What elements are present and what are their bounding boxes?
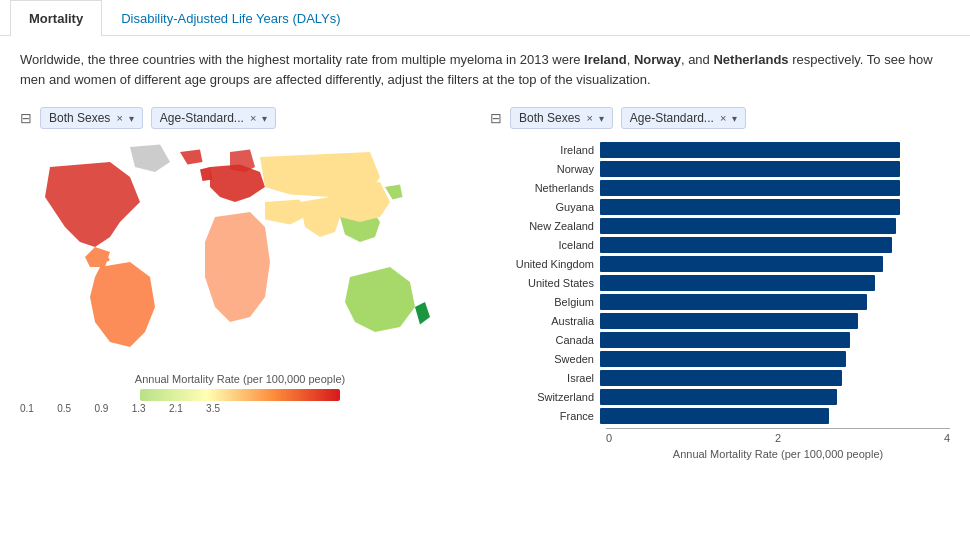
bar-row: Ireland — [490, 142, 950, 158]
bar-country-label: Israel — [490, 372, 600, 384]
left-age-close[interactable]: × — [250, 112, 256, 124]
bar-track — [600, 275, 950, 291]
left-filter-bar: ⊟ Both Sexes × ▾ Age-Standard... × ▾ — [10, 99, 470, 137]
bar-fill — [600, 161, 900, 177]
bar-fill — [600, 313, 858, 329]
bar-country-label: Ireland — [490, 144, 600, 156]
bar-track — [600, 408, 950, 424]
bar-country-label: Iceland — [490, 239, 600, 251]
bar-row: Norway — [490, 161, 950, 177]
legend-labels: 0.1 0.5 0.9 1.3 2.1 3.5 — [20, 403, 220, 414]
right-panel: ⊟ Both Sexes × ▾ Age-Standard... × ▾ Ire… — [480, 99, 960, 470]
world-map-container — [20, 137, 460, 367]
map-legend: Annual Mortality Rate (per 100,000 peopl… — [10, 367, 470, 416]
chart-x-axis: 024 — [606, 428, 950, 444]
bar-row: France — [490, 408, 950, 424]
bar-country-label: Netherlands — [490, 182, 600, 194]
bar-fill — [600, 294, 867, 310]
bar-country-label: Guyana — [490, 201, 600, 213]
bar-fill — [600, 275, 875, 291]
bar-country-label: Norway — [490, 163, 600, 175]
left-sex-dropdown[interactable]: ▾ — [129, 113, 134, 124]
bar-fill — [600, 237, 892, 253]
bar-row: Canada — [490, 332, 950, 348]
bar-fill — [600, 389, 837, 405]
bar-row: Switzerland — [490, 389, 950, 405]
bar-track — [600, 256, 950, 272]
bar-country-label: Sweden — [490, 353, 600, 365]
bar-row: Guyana — [490, 199, 950, 215]
bar-track — [600, 313, 950, 329]
tab-dalys[interactable]: Disability-Adjusted Life Years (DALYs) — [102, 0, 359, 36]
bar-row: United Kingdom — [490, 256, 950, 272]
bar-fill — [600, 180, 900, 196]
right-sex-close[interactable]: × — [586, 112, 592, 124]
bar-country-label: Canada — [490, 334, 600, 346]
bar-row: Iceland — [490, 237, 950, 253]
bar-track — [600, 389, 950, 405]
bar-row: New Zealand — [490, 218, 950, 234]
bar-country-label: France — [490, 410, 600, 422]
description-text: Worldwide, the three countries with the … — [0, 36, 970, 99]
left-sex-close[interactable]: × — [116, 112, 122, 124]
bar-track — [600, 180, 950, 196]
bar-row: Australia — [490, 313, 950, 329]
left-age-filter-tag[interactable]: Age-Standard... × ▾ — [151, 107, 277, 129]
bar-row: Sweden — [490, 351, 950, 367]
legend-gradient-bar — [20, 389, 460, 401]
left-filter-icon[interactable]: ⊟ — [20, 110, 32, 126]
bar-track — [600, 161, 950, 177]
right-sex-filter-tag[interactable]: Both Sexes × ▾ — [510, 107, 613, 129]
right-filter-bar: ⊟ Both Sexes × ▾ Age-Standard... × ▾ — [480, 99, 960, 137]
bar-fill — [600, 199, 900, 215]
bar-country-label: Switzerland — [490, 391, 600, 403]
bar-country-label: Belgium — [490, 296, 600, 308]
bar-fill — [600, 370, 842, 386]
right-age-close[interactable]: × — [720, 112, 726, 124]
tab-bar: Mortality Disability-Adjusted Life Years… — [0, 0, 970, 36]
bar-fill — [600, 256, 883, 272]
bar-track — [600, 142, 950, 158]
bar-country-label: United Kingdom — [490, 258, 600, 270]
right-filter-icon[interactable]: ⊟ — [490, 110, 502, 126]
left-sex-filter-tag[interactable]: Both Sexes × ▾ — [40, 107, 143, 129]
bar-chart: IrelandNorwayNetherlandsGuyanaNew Zealan… — [480, 137, 960, 470]
bar-fill — [600, 332, 850, 348]
bar-track — [600, 332, 950, 348]
left-age-dropdown[interactable]: ▾ — [262, 113, 267, 124]
bar-fill — [600, 218, 896, 234]
right-age-filter-tag[interactable]: Age-Standard... × ▾ — [621, 107, 747, 129]
bar-track — [600, 199, 950, 215]
bar-track — [600, 218, 950, 234]
world-map-svg — [20, 137, 460, 357]
bar-track — [600, 351, 950, 367]
svg-point-0 — [106, 258, 110, 262]
main-content: ⊟ Both Sexes × ▾ Age-Standard... × ▾ — [0, 99, 970, 470]
bar-row: United States — [490, 275, 950, 291]
bar-row: Belgium — [490, 294, 950, 310]
bar-fill — [600, 351, 846, 367]
right-age-dropdown[interactable]: ▾ — [732, 113, 737, 124]
tab-mortality[interactable]: Mortality — [10, 0, 102, 36]
bar-track — [600, 294, 950, 310]
bar-track — [600, 237, 950, 253]
bar-country-label: United States — [490, 277, 600, 289]
bar-fill — [600, 408, 829, 424]
left-panel: ⊟ Both Sexes × ▾ Age-Standard... × ▾ — [10, 99, 470, 470]
bar-row: Israel — [490, 370, 950, 386]
right-sex-dropdown[interactable]: ▾ — [599, 113, 604, 124]
chart-x-axis-label: Annual Mortality Rate (per 100,000 peopl… — [606, 448, 950, 460]
bar-track — [600, 370, 950, 386]
bar-fill — [600, 142, 900, 158]
bar-row: Netherlands — [490, 180, 950, 196]
bar-country-label: New Zealand — [490, 220, 600, 232]
bar-country-label: Australia — [490, 315, 600, 327]
legend-color-scale — [140, 389, 340, 401]
